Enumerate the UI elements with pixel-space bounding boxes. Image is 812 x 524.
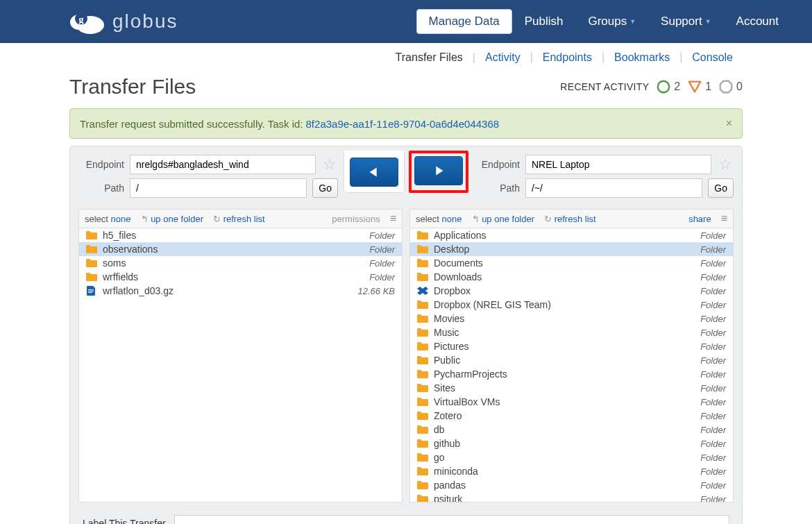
file-name: observations — [103, 244, 369, 255]
sub-nav: Transfer Files|Activity|Endpoints|Bookma… — [0, 43, 812, 69]
file-meta: Folder — [700, 258, 726, 269]
file-meta: Folder — [369, 272, 395, 282]
refresh-icon: ↻ — [544, 214, 552, 224]
nav-item-manage-data[interactable]: Manage Data — [416, 9, 512, 34]
refresh-link[interactable]: refresh list — [555, 214, 596, 224]
sub-nav-transfer-files[interactable]: Transfer Files — [386, 51, 473, 64]
file-row[interactable]: DesktopFolder — [410, 242, 733, 256]
file-name: miniconda — [434, 466, 700, 477]
svg-rect-7 — [88, 292, 92, 293]
sub-nav-bookmarks[interactable]: Bookmarks — [604, 51, 679, 64]
file-row[interactable]: psiturkFolder — [410, 492, 733, 502]
file-row[interactable]: SitesFolder — [410, 381, 733, 395]
left-path-input[interactable] — [130, 178, 307, 198]
label-transfer-input[interactable] — [174, 515, 729, 524]
left-endpoint-input[interactable] — [130, 155, 316, 174]
file-row[interactable]: wrflatlon_d03.gz12.66 KB — [79, 284, 402, 298]
file-name: Desktop — [434, 244, 700, 255]
file-row[interactable]: minicondaFolder — [410, 464, 733, 478]
folder-icon — [417, 369, 428, 379]
octagon-icon — [718, 79, 734, 94]
file-row[interactable]: h5_filesFolder — [79, 228, 402, 242]
activity-other-count[interactable]: 0 — [718, 79, 743, 94]
file-row[interactable]: DownloadsFolder — [410, 270, 733, 284]
file-row[interactable]: dbFolder — [410, 423, 733, 437]
up-folder-link[interactable]: up one folder — [482, 214, 534, 224]
folder-icon — [417, 411, 428, 421]
star-icon[interactable]: ☆ — [717, 155, 734, 174]
folder-icon — [417, 466, 428, 476]
folder-icon — [417, 341, 428, 351]
up-arrow-icon: ↰ — [472, 214, 480, 224]
file-row[interactable]: VirtualBox VMsFolder — [410, 395, 733, 409]
transfer-right-button[interactable] — [414, 156, 463, 185]
nav-item-publish[interactable]: Publish — [512, 9, 576, 34]
file-name: psiturk — [434, 493, 700, 502]
file-row[interactable]: MusicFolder — [410, 326, 733, 339]
arrow-left-icon — [366, 164, 382, 180]
activity-success-count[interactable]: 2 — [656, 79, 680, 94]
up-folder-link[interactable]: up one folder — [151, 214, 203, 224]
path-label: Path — [474, 183, 520, 194]
hamburger-icon[interactable]: ≡ — [721, 212, 727, 225]
file-row[interactable]: goFolder — [410, 450, 733, 464]
circle-icon — [656, 79, 671, 94]
folder-icon — [86, 258, 97, 268]
star-icon[interactable]: ☆ — [321, 155, 338, 174]
folder-icon — [417, 244, 428, 254]
file-row[interactable]: MoviesFolder — [410, 312, 733, 326]
file-row[interactable]: pandasFolder — [410, 478, 733, 492]
right-go-button[interactable]: Go — [708, 178, 734, 198]
sub-nav-activity[interactable]: Activity — [475, 51, 530, 64]
refresh-link[interactable]: refresh list — [223, 214, 265, 224]
hamburger-icon[interactable]: ≡ — [390, 212, 396, 225]
folder-icon — [417, 480, 428, 490]
right-path-input[interactable] — [525, 178, 702, 198]
file-meta: Folder — [700, 466, 726, 477]
file-row[interactable]: PicturesFolder — [410, 339, 733, 353]
select-none-link[interactable]: none — [111, 214, 131, 224]
transfer-left-button[interactable] — [350, 158, 398, 187]
file-name: Pictures — [434, 341, 700, 352]
sub-nav-endpoints[interactable]: Endpoints — [533, 51, 602, 64]
file-name: Zotero — [434, 410, 700, 421]
file-row[interactable]: PublicFolder — [410, 353, 733, 367]
share-link[interactable]: share — [688, 214, 711, 224]
select-none-link[interactable]: none — [442, 214, 462, 224]
banner-task-id[interactable]: 8f2a3a9e-aa1f-11e8-9704-0a6d4e044368 — [306, 118, 500, 130]
file-name: Public — [434, 355, 700, 366]
file-row[interactable]: githubFolder — [410, 437, 733, 450]
file-row[interactable]: Dropbox (NREL GIS Team)Folder — [410, 298, 733, 312]
path-label: Path — [78, 183, 124, 194]
right-endpoint-group: Endpoint ☆ Path Go — [474, 155, 734, 202]
file-row[interactable]: DocumentsFolder — [410, 256, 733, 270]
logo[interactable]: g globus — [69, 8, 178, 35]
file-meta: Folder — [700, 411, 726, 421]
file-meta: Folder — [369, 244, 395, 255]
nav-item-groups[interactable]: Groups▼ — [575, 9, 648, 34]
activity-warning-count[interactable]: 1 — [687, 79, 711, 94]
file-row[interactable]: observationsFolder — [79, 242, 402, 256]
sub-nav-console[interactable]: Console — [682, 51, 743, 64]
file-row[interactable]: DropboxFolder — [410, 284, 733, 298]
left-go-button[interactable]: Go — [312, 178, 338, 198]
nav-item-support[interactable]: Support▼ — [648, 9, 723, 34]
nav-item-account[interactable]: Account — [724, 9, 791, 34]
file-row[interactable]: ZoteroFolder — [410, 409, 733, 423]
svg-rect-6 — [88, 291, 94, 291]
file-row[interactable]: ApplicationsFolder — [410, 228, 733, 242]
file-name: h5_files — [103, 230, 369, 241]
file-row[interactable]: somsFolder — [79, 256, 402, 270]
file-meta: Folder — [700, 425, 726, 435]
file-name: Applications — [434, 230, 700, 241]
permissions-link[interactable]: permissions — [332, 214, 380, 224]
folder-icon — [417, 314, 428, 323]
right-endpoint-input[interactable] — [525, 155, 711, 174]
file-row[interactable]: PycharmProjectsFolder — [410, 367, 733, 381]
file-row[interactable]: wrffieldsFolder — [79, 270, 402, 284]
recent-activity-label: RECENT ACTIVITY — [560, 81, 649, 92]
file-meta: Folder — [369, 258, 395, 269]
banner-close-icon[interactable]: × — [726, 117, 732, 130]
file-name: Dropbox (NREL GIS Team) — [434, 299, 700, 310]
file-name: Dropbox — [434, 285, 700, 296]
